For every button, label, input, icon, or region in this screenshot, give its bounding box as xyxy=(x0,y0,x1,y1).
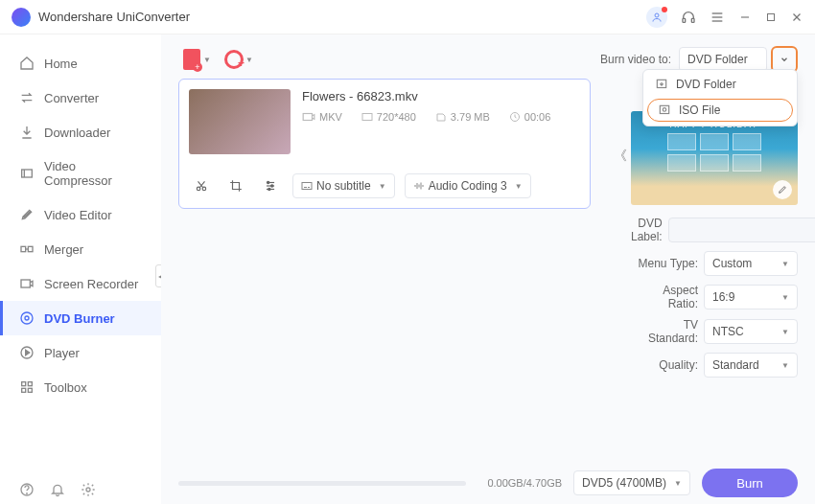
sidebar-item-label: Home xyxy=(44,57,78,71)
help-icon[interactable] xyxy=(19,482,35,497)
iso-file-icon xyxy=(658,103,671,117)
menu-type-label: Menu Type: xyxy=(631,257,698,270)
trim-button[interactable] xyxy=(189,175,214,196)
aspect-ratio-value: 16:9 xyxy=(712,290,734,304)
toolbox-icon xyxy=(19,379,35,395)
sidebar-item-label: Toolbox xyxy=(44,380,87,395)
sidebar-item-recorder[interactable]: Screen Recorder xyxy=(0,266,161,301)
capacity-progress-bar xyxy=(178,481,466,486)
footer-bar: 0.00GB/4.70GB DVD5 (4700MB)▼ Burn xyxy=(161,462,815,504)
sidebar-item-home[interactable]: Home xyxy=(0,46,161,80)
capacity-text: 0.00GB/4.70GB xyxy=(487,477,562,489)
sidebar-item-downloader[interactable]: Downloader xyxy=(0,115,161,149)
video-format-icon xyxy=(302,112,315,122)
effects-button[interactable] xyxy=(258,175,283,196)
sidebar-item-label: Merger xyxy=(44,242,83,257)
player-icon xyxy=(19,345,35,360)
duration-icon xyxy=(509,111,521,123)
svg-point-16 xyxy=(25,316,29,320)
filesize-icon xyxy=(435,111,447,123)
svg-rect-23 xyxy=(660,105,668,113)
sidebar-item-merger[interactable]: Merger xyxy=(0,232,161,266)
crop-button[interactable] xyxy=(223,175,248,196)
subtitle-select[interactable]: No subtitle ▼ xyxy=(292,173,395,198)
title-bar: Wondershare UniConverter xyxy=(0,0,815,34)
aspect-ratio-select[interactable]: 16:9▼ xyxy=(704,285,798,309)
download-icon xyxy=(19,125,35,140)
prev-template-button[interactable]: 《 xyxy=(614,148,627,165)
quality-value: Standard xyxy=(712,358,759,372)
disc-size-value: DVD5 (4700MB) xyxy=(582,476,666,490)
sidebar-item-player[interactable]: Player xyxy=(0,335,161,370)
edit-template-button[interactable] xyxy=(773,180,792,199)
chevron-down-icon: ▼ xyxy=(781,293,789,302)
video-thumbnail[interactable] xyxy=(189,89,291,154)
add-file-button[interactable]: ▼ xyxy=(178,46,205,73)
chevron-down-icon: ▼ xyxy=(379,182,386,191)
menu-type-select[interactable]: Custom▼ xyxy=(704,251,798,276)
audio-select[interactable]: Audio Coding 3 ▼ xyxy=(405,173,531,198)
svg-rect-19 xyxy=(28,382,32,386)
editor-icon xyxy=(19,207,35,222)
dropdown-option-dvd-folder[interactable]: DVD Folder xyxy=(643,72,797,97)
video-format: MKV xyxy=(319,111,342,123)
converter-icon xyxy=(19,90,35,105)
subtitle-value: No subtitle xyxy=(316,179,371,193)
svg-rect-25 xyxy=(303,114,312,121)
burn-button[interactable]: Burn xyxy=(702,469,798,497)
svg-point-34 xyxy=(271,185,273,187)
sidebar-item-compressor[interactable]: Video Compressor xyxy=(0,149,161,197)
svg-point-46 xyxy=(86,488,90,492)
sidebar-item-toolbox[interactable]: Toolbox xyxy=(0,370,161,404)
chevron-down-icon: ▼ xyxy=(515,182,523,191)
sidebar-item-label: Video Compressor xyxy=(44,159,142,188)
tv-standard-select[interactable]: NTSC▼ xyxy=(704,319,798,344)
burn-to-label: Burn video to: xyxy=(600,53,671,66)
aspect-ratio-label: Aspect Ratio: xyxy=(631,284,698,310)
close-icon[interactable] xyxy=(790,11,803,24)
menu-type-value: Custom xyxy=(712,257,752,270)
svg-rect-1 xyxy=(683,18,686,22)
menu-icon[interactable] xyxy=(710,10,725,25)
app-title: Wondershare UniConverter xyxy=(38,10,646,24)
disc-size-select[interactable]: DVD5 (4700MB)▼ xyxy=(573,470,690,495)
dropdown-option-label: ISO File xyxy=(679,103,720,117)
add-disc-icon xyxy=(224,50,244,69)
video-duration: 00:06 xyxy=(524,111,551,123)
chevron-down-icon: ▼ xyxy=(245,56,253,64)
video-size: 3.79 MB xyxy=(451,111,490,123)
video-item-card: Flowers - 66823.mkv MKV 720*480 3.79 MB … xyxy=(178,79,591,209)
headset-icon[interactable] xyxy=(681,10,696,25)
svg-point-15 xyxy=(21,312,33,324)
sidebar-item-editor[interactable]: Video Editor xyxy=(0,197,161,232)
notifications-icon[interactable] xyxy=(50,482,65,497)
dropdown-option-label: DVD Folder xyxy=(676,78,736,91)
content-area: ▼ ▼ Burn video to: DVD Folder DVD Folder xyxy=(161,34,815,475)
video-filename: Flowers - 66823.mkv xyxy=(302,89,580,103)
dvd-label-input[interactable] xyxy=(668,218,815,242)
svg-rect-20 xyxy=(22,388,26,392)
burn-target-value: DVD Folder xyxy=(687,53,748,66)
sidebar-item-label: Player xyxy=(44,346,80,360)
minimize-icon[interactable] xyxy=(738,11,752,24)
quality-label: Quality: xyxy=(631,358,698,372)
sidebar-item-label: Converter xyxy=(44,91,99,105)
home-icon xyxy=(19,56,35,71)
sidebar-item-converter[interactable]: Converter xyxy=(0,80,161,115)
chevron-down-icon: ▼ xyxy=(781,361,789,370)
sidebar-item-dvd-burner[interactable]: DVD Burner xyxy=(0,301,161,335)
add-disc-button[interactable]: ▼ xyxy=(221,46,247,73)
compressor-icon xyxy=(19,166,35,181)
dropdown-option-iso-file[interactable]: ISO File xyxy=(647,99,793,122)
svg-rect-36 xyxy=(302,183,312,190)
bottom-icon-bar xyxy=(0,475,161,504)
sidebar-item-label: Video Editor xyxy=(44,208,112,222)
burn-target-dropdown: DVD Folder ISO File xyxy=(642,69,798,126)
svg-point-45 xyxy=(27,493,28,494)
quality-select[interactable]: Standard▼ xyxy=(704,353,798,378)
settings-icon[interactable] xyxy=(81,482,96,497)
account-icon[interactable] xyxy=(646,7,667,28)
sidebar-item-label: Screen Recorder xyxy=(44,277,138,291)
resolution-icon xyxy=(361,112,373,122)
maximize-icon[interactable] xyxy=(765,11,777,23)
